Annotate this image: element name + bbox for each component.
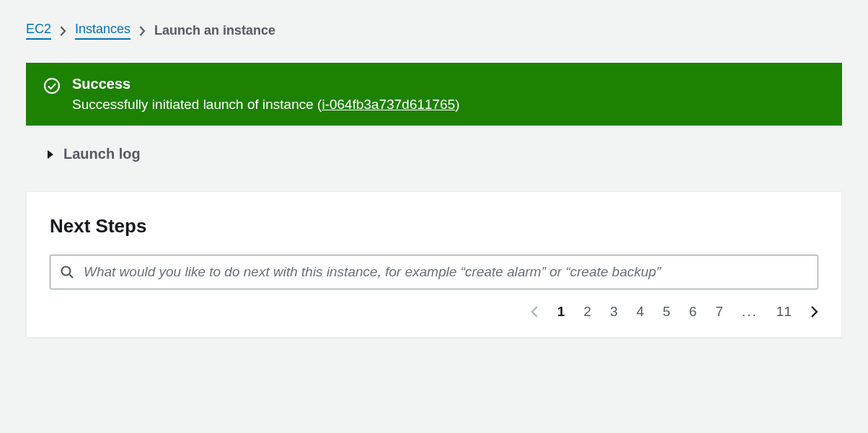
success-message-prefix: Successfully initiated launch of instanc… xyxy=(72,97,322,112)
check-circle-icon xyxy=(43,76,61,95)
success-banner: Success Successfully initiated launch of… xyxy=(26,63,842,126)
launch-log-toggle[interactable]: Launch log xyxy=(26,146,842,162)
pagination-next[interactable] xyxy=(810,305,818,318)
success-message-suffix: ) xyxy=(455,97,459,112)
chevron-right-icon xyxy=(139,26,146,36)
page-number[interactable]: 3 xyxy=(610,304,618,320)
search-icon xyxy=(60,265,74,279)
page-number[interactable]: 6 xyxy=(689,304,697,320)
success-message: Successfully initiated launch of instanc… xyxy=(72,97,460,113)
next-steps-panel: Next Steps 1 2 3 4 5 6 7 ... 11 xyxy=(26,191,842,338)
search-wrap xyxy=(50,255,818,289)
breadcrumb-current: Launch an instance xyxy=(154,23,275,38)
page-number[interactable]: 11 xyxy=(776,304,792,320)
chevron-right-icon xyxy=(60,26,66,36)
pagination-prev xyxy=(531,305,539,318)
instance-id-link[interactable]: i-064fb3a737d611765 xyxy=(322,97,455,112)
breadcrumb-link-instances[interactable]: Instances xyxy=(75,22,130,40)
breadcrumb: EC2 Instances Launch an instance xyxy=(26,22,842,40)
pagination: 1 2 3 4 5 6 7 ... 11 xyxy=(50,304,818,320)
next-steps-search-input[interactable] xyxy=(50,255,818,289)
svg-point-1 xyxy=(62,267,71,276)
page-number[interactable]: 7 xyxy=(715,304,723,320)
caret-right-icon xyxy=(46,149,55,159)
page-number[interactable]: 2 xyxy=(584,304,592,320)
svg-point-0 xyxy=(45,79,59,93)
page-number[interactable]: 4 xyxy=(637,304,645,320)
svg-line-2 xyxy=(70,275,74,279)
breadcrumb-link-ec2[interactable]: EC2 xyxy=(26,22,51,40)
pagination-ellipsis: ... xyxy=(742,304,758,320)
launch-log-label: Launch log xyxy=(63,146,141,162)
page-number[interactable]: 1 xyxy=(557,304,565,320)
success-title: Success xyxy=(72,76,460,92)
page-number[interactable]: 5 xyxy=(663,304,670,320)
next-steps-title: Next Steps xyxy=(50,215,818,237)
